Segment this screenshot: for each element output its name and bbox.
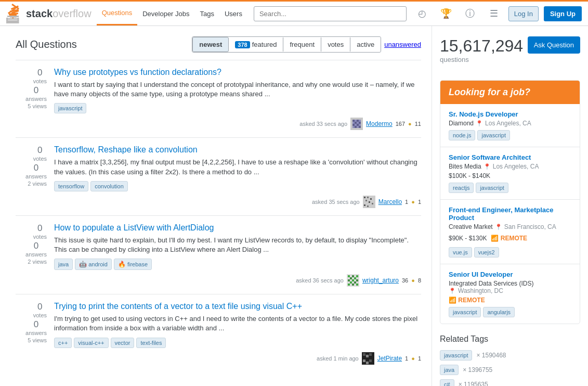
job-panel: Looking for a job? Sr. Node.js Developer…	[440, 80, 580, 324]
tag-javascript[interactable]: javascript	[477, 130, 509, 140]
inbox-icon[interactable]: ◴	[413, 4, 432, 23]
tag-vuejs2[interactable]: vuejs2	[474, 247, 499, 258]
tag-javascript[interactable]: javascript	[54, 103, 86, 113]
review-icon[interactable]: ☰	[485, 4, 503, 23]
svg-rect-34	[348, 275, 350, 277]
tag-count: × 1396755	[463, 366, 492, 374]
tag-csharp[interactable]: c#	[440, 379, 454, 386]
logo[interactable]: stackoverflow	[6, 4, 92, 23]
tag-vuejs[interactable]: vue.js	[449, 247, 472, 258]
signup-button[interactable]: Sign Up	[544, 6, 582, 21]
svg-rect-9	[355, 120, 357, 122]
achievements-icon[interactable]: 🏆	[437, 4, 455, 23]
topbar-right: ◴ 🏆 ⓘ ☰ Log In Sign Up	[413, 4, 582, 23]
question-excerpt: I have a matrix [3,3,256], my final outp…	[54, 158, 421, 176]
question-meta: asked 1 min ago JetPirate 1 ●	[54, 352, 421, 365]
job-tags: node.js javascript	[449, 130, 571, 140]
question-excerpt: This issue is quite hard to explain, but…	[54, 236, 421, 254]
svg-rect-26	[367, 197, 369, 198]
job-tags: reactjs javascript	[449, 183, 571, 193]
tab-active[interactable]: active	[350, 37, 381, 52]
job-company: Integrated Data Services (IDS)	[449, 280, 571, 287]
views-count: 2 views	[28, 259, 47, 265]
nav-questions[interactable]: Questions	[97, 2, 138, 25]
question-stats: 0 votes 0 answers 2 views	[16, 223, 47, 287]
nav-users[interactable]: Users	[219, 2, 247, 25]
tag-text-files[interactable]: text-files	[136, 338, 166, 348]
question-tags: tensorflow convolution	[54, 181, 421, 191]
answers-stat: 0 answers	[25, 163, 47, 179]
filter-tabs: newest 378 featured frequent votes activ…	[192, 36, 421, 53]
svg-rect-46	[356, 284, 358, 286]
count-label: questions	[440, 56, 523, 63]
tag-tensorflow[interactable]: tensorflow	[54, 181, 88, 191]
user-name[interactable]: Marcello	[378, 198, 402, 205]
avatar	[350, 118, 363, 130]
list-item: Front-end Engineer, Marketplace Product …	[440, 200, 580, 264]
tag-angularjs[interactable]: angularjs	[483, 307, 515, 317]
svg-rect-31	[364, 204, 365, 206]
asked-time: asked 35 secs ago	[312, 199, 360, 205]
search-input[interactable]	[254, 6, 407, 21]
list-item: Senior Software Architect Bites Media 📍 …	[440, 147, 580, 200]
vote-count: 0	[33, 68, 47, 78]
question-title[interactable]: How to populate a ListView with AlertDia…	[54, 223, 421, 233]
job-title[interactable]: Senior Software Architect	[449, 153, 571, 161]
tag-count: × 1590468	[476, 352, 506, 359]
tag-visual-cpp[interactable]: visual-c++	[74, 338, 108, 348]
user-rep: 167	[396, 121, 405, 127]
question-excerpt: I'm trying to get used to using vectors …	[54, 314, 421, 333]
tag-cpp[interactable]: c++	[54, 338, 72, 348]
tab-frequent[interactable]: frequent	[283, 37, 321, 52]
tag-javascript[interactable]: javascript	[449, 307, 481, 317]
user-name[interactable]: wright_arturo	[362, 277, 399, 284]
question-title[interactable]: Why use prototypes vs function declarati…	[54, 68, 421, 77]
job-location: Washington, DC	[458, 287, 503, 294]
question-title[interactable]: Tensorflow, Reshape like a convolution	[54, 145, 421, 155]
job-title[interactable]: Senior UI Developer	[449, 271, 571, 278]
svg-rect-15	[359, 122, 361, 124]
remote-row: 📶 REMOTE	[449, 297, 571, 304]
questions-header: All Questions newest 378 featured freque…	[16, 36, 421, 53]
answers-label: answers	[25, 330, 47, 336]
tag-java[interactable]: java	[54, 259, 73, 270]
tag-vector[interactable]: vector	[111, 338, 135, 348]
tag-javascript[interactable]: javascript	[476, 183, 508, 193]
tab-unanswered[interactable]: unanswered	[384, 41, 421, 48]
svg-rect-22	[357, 126, 359, 128]
nav-developer-jobs[interactable]: Developer Jobs	[137, 2, 194, 25]
nav-tags[interactable]: Tags	[195, 2, 219, 25]
tag-android[interactable]: 🤖 android	[75, 259, 112, 270]
login-button[interactable]: Log In	[508, 6, 539, 21]
svg-rect-11	[359, 120, 361, 122]
svg-rect-25	[364, 197, 365, 198]
tab-group-main: newest 378 featured frequent votes activ…	[192, 36, 381, 53]
user-name[interactable]: Modermo	[366, 120, 393, 127]
salary-remote-row: $90K - $130K 📶 REMOTE	[449, 233, 571, 244]
tag-convolution[interactable]: convolution	[90, 181, 128, 191]
user-badge-count: 11	[415, 121, 421, 127]
help-icon[interactable]: ⓘ	[461, 4, 479, 23]
tab-votes[interactable]: votes	[321, 37, 350, 52]
job-title[interactable]: Sr. Node.js Developer	[449, 110, 571, 118]
tag-reactjs[interactable]: reactjs	[449, 183, 474, 193]
tag-firebase[interactable]: 🔥 firebase	[114, 259, 152, 270]
svg-rect-39	[348, 279, 350, 281]
question-title[interactable]: Trying to print the contents of a vector…	[54, 302, 421, 311]
question-tags: java 🤖 android 🔥 firebase	[54, 259, 421, 270]
question-body: How to populate a ListView with AlertDia…	[54, 223, 421, 287]
user-name[interactable]: JetPirate	[377, 355, 402, 362]
tab-newest[interactable]: newest	[192, 37, 229, 52]
user-badge-count: 8	[418, 277, 421, 284]
job-title[interactable]: Front-end Engineer, Marketplace Product	[449, 206, 571, 222]
logo-text: stackoverflow	[26, 8, 92, 20]
answers-stat: 0 answers	[25, 241, 47, 258]
tab-featured[interactable]: 378 featured	[229, 37, 283, 52]
tag-nodejs[interactable]: node.js	[449, 130, 475, 140]
tag-javascript[interactable]: javascript	[440, 350, 472, 361]
tag-java[interactable]: java	[440, 365, 459, 375]
vote-count: 0	[33, 302, 47, 312]
answers-stat: 0 answers	[25, 319, 47, 336]
table-row: 0 votes 0 answers 5 views Trying to prin…	[16, 294, 421, 371]
ask-question-button[interactable]: Ask Question	[528, 36, 580, 54]
